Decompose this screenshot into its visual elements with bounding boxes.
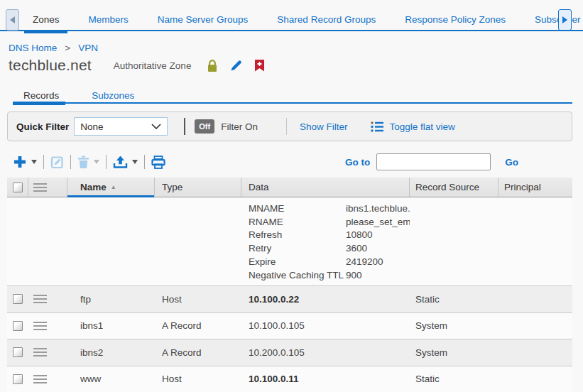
add-icon[interactable] bbox=[13, 155, 27, 169]
column-header-label: Data bbox=[249, 182, 269, 192]
row-menu-icon[interactable] bbox=[33, 348, 47, 356]
chevron-down-icon bbox=[151, 124, 161, 129]
soa-data-pair: Expire2419200 bbox=[249, 256, 410, 269]
record-name-cell: ftp bbox=[67, 286, 155, 312]
soa-data-pair: Retry3600 bbox=[249, 242, 410, 256]
add-dropdown-caret-icon[interactable] bbox=[31, 160, 37, 164]
column-menu-icon[interactable] bbox=[33, 183, 47, 192]
record-principal-cell bbox=[498, 286, 572, 312]
chevron-left-icon bbox=[10, 15, 15, 26]
record-data-value: 10.100.0.22 bbox=[249, 294, 299, 305]
goto-input[interactable] bbox=[376, 153, 491, 170]
record-principal-cell bbox=[498, 366, 572, 392]
tab-zones[interactable]: Zones bbox=[33, 14, 60, 25]
zone-title-row: techblue.net Authoritative Zone bbox=[9, 57, 264, 74]
record-name-cell bbox=[67, 197, 155, 285]
soa-data-pair: Refresh10800 bbox=[249, 229, 410, 242]
soa-field-value: please_set_email_address bbox=[346, 216, 410, 229]
row-checkbox[interactable] bbox=[13, 321, 23, 331]
row-menu-cell bbox=[28, 339, 67, 366]
row-checkbox[interactable] bbox=[13, 294, 23, 304]
select-all-cell bbox=[7, 178, 28, 197]
soa-field-label: MNAME bbox=[249, 202, 346, 216]
go-button[interactable]: Go bbox=[505, 157, 518, 168]
soa-field-value: ibns1.techblue.net bbox=[346, 202, 410, 216]
tab-scroll-left-button[interactable] bbox=[6, 9, 19, 31]
row-menu-icon[interactable] bbox=[33, 375, 47, 383]
tab-response-policy-zones[interactable]: Response Policy Zones bbox=[405, 14, 506, 25]
top-tab-bar: ZonesMembersName Server GroupsShared Rec… bbox=[33, 9, 583, 30]
soa-field-value: 3600 bbox=[346, 242, 367, 256]
toggle-flat-view-link[interactable]: Toggle flat view bbox=[389, 121, 454, 132]
filter-on-label: Filter On bbox=[221, 121, 258, 132]
flat-view-icon bbox=[371, 121, 384, 132]
record-type-cell: Host bbox=[155, 286, 241, 312]
record-source-cell: Static bbox=[410, 366, 498, 392]
soa-field-label: Expire bbox=[249, 256, 346, 269]
row-menu-cell bbox=[28, 197, 67, 285]
tab-members[interactable]: Members bbox=[89, 14, 129, 25]
record-source-cell: System bbox=[410, 339, 498, 366]
sub-tab-bar: RecordsSubzones bbox=[23, 88, 134, 102]
table-row: ibns2A Record10.200.0.105System bbox=[7, 339, 572, 366]
tab-records[interactable]: Records bbox=[23, 90, 59, 101]
toolbar-divider bbox=[70, 155, 71, 169]
record-type-cell: A Record bbox=[155, 313, 241, 339]
column-header-name[interactable]: Name▲ bbox=[67, 178, 155, 197]
soa-field-label: Retry bbox=[249, 242, 346, 256]
soa-data-pair: MNAMEibns1.techblue.net bbox=[249, 202, 410, 216]
tab-scroll-right-button[interactable] bbox=[558, 9, 572, 31]
tab-name-server-groups[interactable]: Name Server Groups bbox=[158, 14, 249, 25]
header-menu-cell bbox=[28, 178, 67, 197]
delete-icon[interactable] bbox=[77, 156, 89, 169]
column-header-label: Principal bbox=[504, 182, 541, 192]
row-checkbox[interactable] bbox=[13, 347, 23, 357]
breadcrumb-link-dns-home[interactable]: DNS Home bbox=[9, 43, 57, 53]
column-header-data[interactable]: Data bbox=[241, 178, 410, 197]
active-sub-tab-indicator bbox=[13, 102, 65, 105]
quick-filter-select[interactable]: None bbox=[74, 117, 168, 136]
page-title: techblue.net bbox=[9, 57, 92, 74]
breadcrumb-link-vpn[interactable]: VPN bbox=[78, 43, 98, 53]
row-menu-icon[interactable] bbox=[33, 295, 47, 303]
edit-icon[interactable] bbox=[50, 156, 64, 169]
column-header-principal[interactable]: Principal bbox=[498, 178, 572, 197]
table-row: ftpHost10.100.0.22Static bbox=[7, 286, 572, 313]
column-header-label: Name bbox=[80, 182, 107, 192]
tab-shared-record-groups[interactable]: Shared Record Groups bbox=[277, 14, 376, 25]
record-data-value: 10.100.0.11 bbox=[249, 374, 299, 384]
record-data-cell: 10.100.0.105 bbox=[241, 313, 410, 339]
record-principal-cell bbox=[498, 313, 572, 339]
record-data-cell: MNAMEibns1.techblue.netRNAMEplease_set_e… bbox=[241, 197, 410, 285]
show-filter-link[interactable]: Show Filter bbox=[300, 121, 348, 132]
column-header-type[interactable]: Type bbox=[155, 178, 241, 197]
export-dropdown-caret-icon[interactable] bbox=[132, 160, 138, 164]
bookmark-add-icon[interactable] bbox=[255, 60, 264, 72]
filter-toggle-button[interactable]: Off bbox=[195, 119, 214, 134]
record-principal-cell bbox=[498, 197, 572, 285]
filter-bar-divider bbox=[184, 118, 185, 135]
soa-field-value: 900 bbox=[346, 269, 362, 283]
column-header-record-source[interactable]: Record Source bbox=[410, 178, 498, 197]
select-all-checkbox[interactable] bbox=[13, 183, 23, 192]
record-source-cell: Static bbox=[410, 286, 498, 312]
delete-dropdown-caret-icon[interactable] bbox=[94, 160, 99, 164]
column-header-label: Record Source bbox=[415, 182, 479, 192]
tab-bar-underline bbox=[0, 30, 583, 31]
lock-icon bbox=[207, 59, 218, 72]
record-name-cell: ibns1 bbox=[67, 313, 155, 339]
row-checkbox-cell bbox=[7, 313, 28, 339]
tab-subzones[interactable]: Subzones bbox=[92, 90, 134, 101]
export-icon[interactable] bbox=[113, 156, 128, 169]
edit-pencil-icon[interactable] bbox=[229, 59, 243, 72]
soa-data-pair: Negative Caching TTL900 bbox=[249, 269, 410, 283]
toolbar-divider bbox=[144, 155, 145, 169]
soa-data-pairs: MNAMEibns1.techblue.netRNAMEplease_set_e… bbox=[249, 202, 410, 282]
record-data-value: 10.100.0.105 bbox=[249, 320, 305, 331]
record-type-cell bbox=[155, 197, 241, 285]
table-row: MNAMEibns1.techblue.netRNAMEplease_set_e… bbox=[7, 197, 572, 286]
row-menu-icon[interactable] bbox=[33, 322, 47, 330]
print-icon[interactable] bbox=[151, 156, 165, 169]
row-checkbox-cell bbox=[7, 339, 28, 366]
row-checkbox[interactable] bbox=[13, 374, 23, 384]
